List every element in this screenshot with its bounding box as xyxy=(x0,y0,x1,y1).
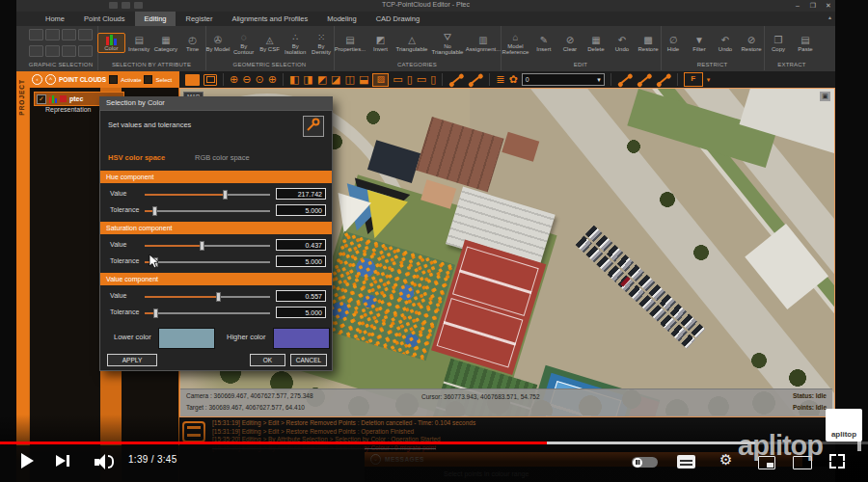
measure-angle-icon[interactable] xyxy=(638,75,648,84)
activate-checkbox[interactable] xyxy=(109,75,118,84)
ribbon-item-undo-restrict[interactable]: ↶Undo xyxy=(713,34,738,52)
ribbon-item-invert[interactable]: ◩Invert xyxy=(367,34,393,52)
selection-tool-icon[interactable] xyxy=(45,45,60,57)
measure-distance-icon[interactable] xyxy=(619,75,629,84)
selection-tool-icon[interactable] xyxy=(62,29,76,40)
ptec-checkbox[interactable]: ✓ xyxy=(37,94,46,104)
ok-button[interactable]: OK xyxy=(250,354,285,366)
ribbon-item-by-contour[interactable]: ◌By Contour xyxy=(231,31,257,56)
cancel-button[interactable]: CANCEL xyxy=(290,354,327,366)
minimize-button[interactable]: – xyxy=(791,1,804,11)
viewport-quad-icon[interactable]: ▭ xyxy=(417,72,426,87)
channel-logo[interactable]: aplitop xyxy=(826,409,862,442)
higher-color-swatch[interactable] xyxy=(273,328,330,349)
view-cube-back-icon[interactable]: ◫ xyxy=(345,72,355,87)
autoplay-toggle[interactable] xyxy=(632,457,658,468)
subtitles-icon[interactable] xyxy=(677,455,695,469)
ribbon-item-insert[interactable]: ✎Insert xyxy=(531,34,556,52)
active-view-icon[interactable]: ▨ xyxy=(372,73,389,87)
value-value-slider[interactable] xyxy=(145,296,270,298)
point-chain-icon[interactable] xyxy=(471,75,480,84)
maximize-button[interactable]: ❐ xyxy=(806,1,820,11)
ribbon-item-filter[interactable]: ▼Filter xyxy=(687,34,712,52)
ribbon-item-color[interactable]: Color xyxy=(97,33,125,53)
selection-tool-icon[interactable] xyxy=(78,45,93,57)
view-cube-front-icon[interactable]: ◨ xyxy=(303,72,312,87)
frame-select-icon[interactable] xyxy=(203,74,217,86)
view-cube-iso-icon[interactable]: ⬓ xyxy=(359,72,368,87)
zoom-out-icon[interactable]: ⊖ xyxy=(242,72,251,87)
dialog-title[interactable]: Selection by Color xyxy=(99,96,333,110)
saturation-tolerance-input[interactable]: 5.000 xyxy=(276,255,326,267)
apply-button[interactable]: APPLY xyxy=(107,354,157,366)
tree-item-representation[interactable]: Representation xyxy=(45,106,91,113)
ribbon-item-triangulable[interactable]: △Triangulable xyxy=(394,34,429,52)
saturation-tolerance-slider[interactable] xyxy=(145,261,270,263)
ribbon-item-restore-restrict[interactable]: ⊘Restore xyxy=(739,34,764,52)
active-select-tool-icon[interactable] xyxy=(185,74,200,86)
ribbon-item-properties[interactable]: ▤Properties... xyxy=(334,34,366,52)
zoom-extents-icon[interactable]: ⊙ xyxy=(255,72,263,87)
hue-tolerance-slider[interactable] xyxy=(145,210,270,212)
play-button[interactable] xyxy=(21,453,34,469)
zoom-window-icon[interactable]: ⊕ xyxy=(268,72,277,87)
ribbon-item-restore-edit[interactable]: ▩Restore xyxy=(636,34,661,52)
settings-gear-icon[interactable]: ⚙ xyxy=(719,451,732,469)
tab-hsv-color-space[interactable]: HSV color space xyxy=(108,153,165,162)
ribbon-item-model-reference[interactable]: ⌂Model Reference xyxy=(501,31,530,56)
ribbon-item-delete[interactable]: ▦Delete xyxy=(583,34,609,52)
lower-color-swatch[interactable] xyxy=(158,328,215,349)
viewport-split-icon[interactable]: ▯ xyxy=(407,72,413,87)
tab-register[interactable]: Register xyxy=(176,12,222,26)
ribbon-item-hide[interactable]: ∅Hide xyxy=(661,34,686,52)
hue-value-input[interactable]: 217.742 xyxy=(276,188,326,200)
ribbon-item-by-density[interactable]: ⁙By Density xyxy=(309,31,334,56)
tab-alignments-profiles[interactable]: Alignments and Profiles xyxy=(222,12,317,26)
view-cube-left-icon[interactable]: ◩ xyxy=(317,72,327,87)
tab-modeling[interactable]: Modeling xyxy=(317,12,366,26)
measure-slope-icon[interactable] xyxy=(658,75,667,84)
close-button[interactable]: ✕ xyxy=(822,1,835,11)
hue-tolerance-input[interactable]: 5.000 xyxy=(276,204,326,216)
zoom-in-icon[interactable]: ⊕ xyxy=(230,72,238,87)
value-tolerance-input[interactable]: 5.000 xyxy=(276,307,326,318)
saturation-value-slider[interactable] xyxy=(145,245,270,247)
panel-pin-icon[interactable]: ▣ xyxy=(820,92,830,101)
color-picker-button[interactable] xyxy=(303,116,324,137)
tab-point-clouds[interactable]: Point Clouds xyxy=(74,12,135,26)
collapse-panel-icon[interactable]: ‹ xyxy=(32,74,42,85)
ribbon-item-clear[interactable]: ⊘Clear xyxy=(557,34,583,52)
ribbon-item-by-csf[interactable]: ◬By CSF xyxy=(258,34,283,52)
render-mode-icon[interactable]: ✿ xyxy=(508,72,517,87)
ribbon-item-by-isolation[interactable]: ∴By Isolation xyxy=(283,31,308,56)
ribbon-item-by-model[interactable]: ✇By Model xyxy=(205,34,231,52)
floor-plan-icon[interactable]: F xyxy=(684,72,703,87)
tab-editing[interactable]: Editing xyxy=(135,12,176,26)
select-checkbox[interactable] xyxy=(144,75,152,84)
selection-tool-icon[interactable] xyxy=(29,45,43,57)
tab-rgb-color-space[interactable]: RGB color space xyxy=(195,153,250,162)
viewport-single-icon[interactable]: ▭ xyxy=(393,72,402,87)
point-list-icon[interactable]: ≣ xyxy=(496,72,504,87)
selection-tool-icon[interactable] xyxy=(78,29,93,40)
ribbon-item-intensity[interactable]: ▤Intensity xyxy=(126,34,152,52)
point-link-icon[interactable] xyxy=(451,75,461,84)
tab-cad-drawing[interactable]: CAD Drawing xyxy=(366,12,429,26)
value-value-input[interactable]: 0.557 xyxy=(276,290,326,302)
ribbon-item-time[interactable]: ◴Time xyxy=(179,34,205,52)
selection-tool-icon[interactable] xyxy=(62,45,76,57)
ribbon-item-copy[interactable]: ❐Copy xyxy=(766,34,792,52)
ribbon-item-paste[interactable]: ▤Paste xyxy=(793,34,819,52)
selection-tool-icon[interactable] xyxy=(45,29,60,40)
ribbon-item-assignment[interactable]: ▥Assignment... xyxy=(466,34,501,52)
selection-tool-icon[interactable] xyxy=(29,29,43,40)
hue-value-slider[interactable] xyxy=(145,194,270,196)
chevron-down-icon[interactable]: ▾ xyxy=(707,72,711,87)
fullscreen-icon[interactable] xyxy=(829,454,845,469)
ribbon-collapse-icon[interactable]: ▴ xyxy=(828,13,831,20)
expand-icon[interactable]: ˄ xyxy=(45,74,56,85)
ribbon-item-no-triangulable[interactable]: ⛛No Triangulable xyxy=(430,31,465,56)
view-cube-right-icon[interactable]: ◪ xyxy=(331,72,340,87)
value-tolerance-slider[interactable] xyxy=(145,312,270,314)
next-button[interactable] xyxy=(56,455,66,467)
